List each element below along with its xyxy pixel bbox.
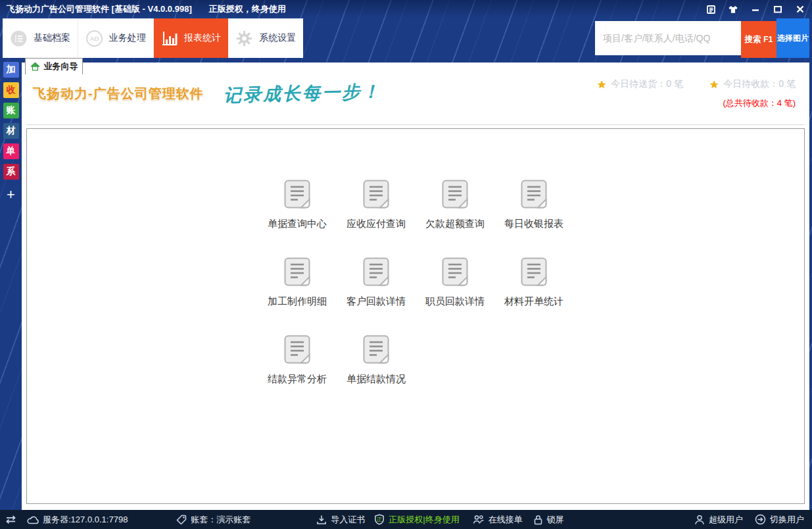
sidebar-add-button[interactable]: + [3, 187, 19, 203]
close-icon[interactable] [795, 4, 805, 14]
document-icon [284, 180, 310, 211]
window-controls [705, 4, 805, 14]
slogan-text: 记录成长每一步！ [223, 80, 381, 107]
sidebar-item-system[interactable]: 系 [3, 164, 19, 180]
wizard-item-material-order-stats[interactable]: 材料开单统计 [494, 257, 573, 302]
nav-tab-label: 报表统计 [184, 32, 221, 44]
lock-screen-button[interactable]: 锁屏 [533, 514, 564, 526]
sidebar-item-order[interactable]: 单 [3, 143, 19, 159]
wizard-item-customer-payment-detail[interactable]: 客户回款详情 [337, 257, 416, 302]
main-nav: 基础档案 AD 业务处理 报表统计 [3, 18, 303, 58]
document-icon [521, 257, 547, 289]
content-header: 飞扬动力-广告公司管理软件 记录成长每一步！ ★ 今日待送货：0 笔 ★ 今日待… [26, 63, 805, 125]
minimize-icon[interactable] [750, 4, 761, 14]
select-image-button[interactable]: 选择图片 [776, 18, 809, 58]
nav-tab-settings[interactable]: 系统设置 [228, 18, 303, 58]
statusbar: 服务器:127.0.0.1:7798 账套：演示账套 导入证书 正 正版授权|终… [0, 510, 812, 529]
window-title: 飞扬动力广告公司管理软件 [基础版 - V4.0.0.998] [7, 3, 192, 15]
switch-user-button[interactable]: 切换用户 [755, 514, 804, 526]
tag-icon [176, 515, 187, 524]
search-input[interactable] [595, 21, 741, 55]
user-icon [694, 515, 705, 525]
wizard-item-order-query[interactable]: 单据查询中心 [258, 180, 337, 224]
account-set-status: 账套：演示账套 [176, 514, 251, 526]
sync-arrows-icon[interactable] [5, 515, 16, 524]
wizard-item-staff-payment-detail[interactable]: 职员回款详情 [416, 257, 494, 302]
arrow-circle-icon [755, 514, 766, 525]
document-icon [363, 257, 389, 289]
quick-sidebar: 加 收 账 材 单 系 + [0, 58, 22, 510]
total-receivable-alert: (总共待收款：4 笔) [597, 97, 796, 109]
license-status[interactable]: 正 正版授权|终身使用 [374, 514, 459, 526]
notes-icon[interactable] [705, 4, 716, 14]
document-icon [442, 180, 468, 211]
star-icon: ★ [597, 78, 606, 91]
sidebar-item-add[interactable]: 加 [3, 62, 19, 78]
wizard-grid: 单据查询中心 应收应付查询 欠款超额查询 [27, 129, 804, 380]
nav-tab-label: 业务处理 [109, 32, 146, 44]
wizard-panel: 单据查询中心 应收应付查询 欠款超额查询 [26, 128, 805, 504]
wizard-item-payables-query[interactable]: 应收应付查询 [337, 180, 416, 224]
svg-text:AD: AD [89, 35, 99, 42]
list-circle-icon [10, 30, 28, 47]
document-icon [284, 335, 310, 366]
sidebar-item-material[interactable]: 材 [3, 123, 19, 139]
wizard-item-daily-cash-report[interactable]: 每日收银报表 [494, 180, 573, 224]
app-window: 飞扬动力广告公司管理软件 [基础版 - V4.0.0.998] 正版授权，终身使… [0, 0, 812, 529]
wizard-item-order-settlement-status[interactable]: 单据结款情况 [337, 335, 416, 380]
nav-tab-basic-files[interactable]: 基础档案 [3, 18, 78, 58]
app-logo-text: 飞扬动力-广告公司管理软件 [33, 85, 204, 103]
content-panel: 业务向导 飞扬动力-广告公司管理软件 记录成长每一步！ ★ 今日待送货：0 笔 … [22, 63, 809, 510]
nav-tab-reports[interactable]: 报表统计 [154, 18, 229, 58]
top-band: 基础档案 AD 业务处理 报表统计 [0, 18, 812, 58]
bar-chart-icon [161, 30, 178, 47]
nav-tab-business[interactable]: AD 业务处理 [78, 18, 154, 58]
tab-label: 业务向导 [44, 61, 78, 72]
document-icon [284, 257, 310, 289]
server-status: 服务器:127.0.0.1:7798 [27, 514, 128, 526]
wizard-item-production-detail[interactable]: 加工制作明细 [258, 257, 337, 302]
gear-icon [235, 30, 253, 47]
cloud-icon [27, 515, 39, 524]
titlebar-license-note: 正版授权，终身使用 [209, 3, 286, 15]
document-icon [442, 257, 468, 289]
lock-icon [533, 515, 543, 525]
shield-icon: 正 [374, 514, 385, 525]
people-icon [473, 515, 485, 524]
wizard-item-debt-over-limit-query[interactable]: 欠款超额查询 [416, 180, 494, 224]
main-area: 加 收 账 材 单 系 + 业务向导 飞扬动力-广告公司管理软件 记录成长每一步… [0, 58, 812, 510]
document-icon [521, 180, 547, 211]
document-icon [363, 335, 389, 366]
svg-text:正: 正 [377, 516, 382, 522]
import-certificate-button[interactable]: 导入证书 [316, 514, 365, 526]
sidebar-item-receive[interactable]: 收 [3, 82, 19, 98]
today-stats: ★ 今日待送货：0 笔 ★ 今日待收款：0 笔 (总共待收款：4 笔) [597, 78, 796, 109]
sidebar-item-account[interactable]: 账 [3, 103, 19, 118]
maximize-icon[interactable] [773, 4, 783, 14]
ad-circle-icon: AD [85, 30, 103, 47]
star-icon: ★ [709, 78, 719, 91]
search-group: 搜索 F1 选择图片 [595, 18, 809, 58]
download-icon [316, 515, 327, 525]
current-user-button[interactable]: 超级用户 [694, 514, 743, 526]
home-icon [30, 62, 40, 71]
wizard-item-settlement-anomaly[interactable]: 结款异常分析 [258, 335, 337, 380]
nav-tab-label: 基础档案 [34, 32, 70, 44]
online-orders-button[interactable]: 在线接单 [473, 514, 523, 526]
tab-business-wizard[interactable]: 业务向导 [25, 58, 83, 74]
nav-tab-label: 系统设置 [259, 32, 296, 44]
titlebar: 飞扬动力广告公司管理软件 [基础版 - V4.0.0.998] 正版授权，终身使… [0, 0, 812, 18]
skin-theme-icon[interactable] [728, 4, 738, 14]
stat-receivable: ★ 今日待收款：0 笔 [709, 78, 796, 91]
search-button[interactable]: 搜索 F1 [741, 21, 776, 58]
stat-delivery: ★ 今日待送货：0 笔 [597, 78, 683, 91]
document-icon [363, 180, 389, 211]
